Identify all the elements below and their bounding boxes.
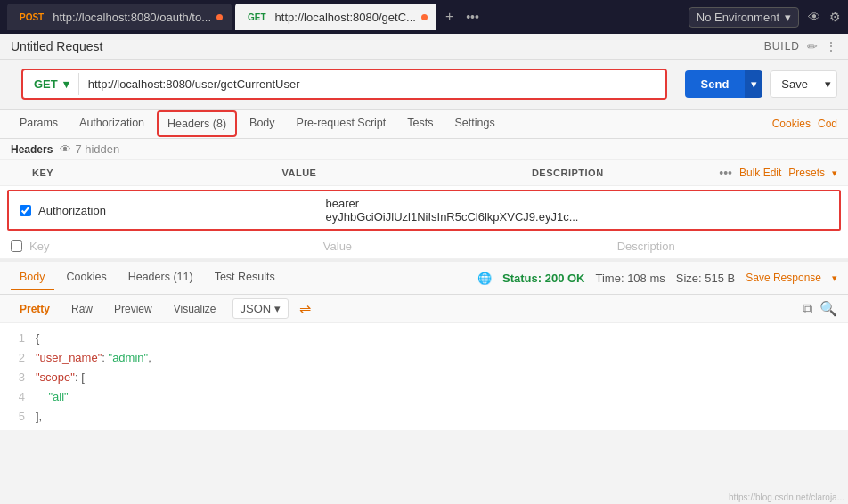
top-bar: POST http://localhost:8080/oauth/to... G… [0, 0, 848, 34]
tab-get-dot [421, 14, 428, 20]
format-tabs: Pretty Raw Preview Visualize JSON ▾ ⇌ ⧉ … [0, 295, 848, 323]
empty-row-value[interactable]: Value [323, 240, 617, 253]
resp-tab-headers[interactable]: Headers (11) [119, 265, 202, 290]
tab-prerequest[interactable]: Pre-request Script [288, 110, 395, 138]
fmt-tab-visualize[interactable]: Visualize [165, 299, 225, 319]
fmt-tab-preview[interactable]: Preview [105, 299, 161, 319]
line-content: "scope": [ [36, 368, 85, 387]
title-bar: Untitled Request BUILD ✏ ⋮ [0, 34, 848, 60]
url-input[interactable] [79, 72, 664, 96]
chevron-down-icon: ▾ [785, 11, 791, 24]
search-icon[interactable]: 🔍 [819, 300, 837, 317]
resp-tab-test-results[interactable]: Test Results [206, 265, 284, 290]
tab-post-dot [216, 14, 223, 20]
line-number: 5 [11, 407, 25, 427]
line-content: "user_name": "admin", [36, 348, 151, 368]
send-button[interactable]: Send [685, 70, 746, 98]
tab-post-url: http://localhost:8080/oauth/to... [53, 11, 211, 24]
tab-get[interactable]: GET http://localhost:8080/getC... [235, 4, 436, 30]
headers-table: KEY VALUE DESCRIPTION ••• Bulk Edit Pres… [0, 160, 848, 260]
method-label: GET [34, 77, 58, 91]
tab-get-url: http://localhost:8080/getC... [275, 11, 416, 24]
build-button[interactable]: BUILD [764, 40, 800, 53]
method-select[interactable]: GET ▾ [25, 73, 79, 95]
tab-post[interactable]: POST http://localhost:8080/oauth/to... [7, 4, 232, 30]
copy-icon[interactable]: ⧉ [803, 301, 812, 317]
resp-tab-cookies[interactable]: Cookies [58, 265, 116, 290]
code-line-6: 6 "exp": 1615222467, [11, 427, 837, 430]
settings-icon[interactable]: ⚙ [829, 10, 841, 24]
col-desc-header: DESCRIPTION [532, 167, 719, 178]
line-content: "all" [36, 387, 69, 407]
save-response-chevron-icon[interactable]: ▾ [832, 272, 837, 284]
code-line-2: 2 "user_name": "admin", [11, 348, 837, 368]
status-size-label: Size: 515 B [676, 272, 736, 285]
code-line-3: 3 "scope": [ [11, 368, 837, 387]
row-checkbox[interactable] [20, 205, 31, 216]
env-label: No Environment [697, 11, 779, 24]
empty-row-checkbox[interactable] [11, 240, 22, 252]
code-link[interactable]: Cod [818, 118, 837, 130]
empty-row-desc: Description [617, 240, 837, 253]
status-ok-label: Status: 200 OK [502, 272, 584, 285]
three-dots-icon[interactable]: ••• [719, 166, 732, 180]
more-tabs-button[interactable]: ••• [462, 10, 483, 24]
row-key-authorization[interactable]: Authorization [38, 204, 326, 217]
post-badge: POST [16, 12, 47, 23]
request-tabs: Params Authorization Headers (8) Body Pr… [0, 110, 848, 139]
response-tabs-bar: Body Cookies Headers (11) Test Results 🌐… [0, 262, 848, 295]
more-icon[interactable]: ⋮ [825, 39, 837, 53]
row-value-authorization[interactable]: bearer eyJhbGciOiJlUzl1NiIsInR5cCl6lkpXV… [326, 197, 614, 224]
line-number: 4 [11, 387, 25, 407]
code-line-5: 5 ], [11, 407, 837, 427]
cookies-link[interactable]: Cookies [772, 118, 811, 130]
presets-chevron-icon[interactable]: ▾ [832, 167, 837, 179]
format-right-actions: ⧉ 🔍 [803, 300, 837, 317]
response-section: Body Cookies Headers (11) Test Results 🌐… [0, 260, 848, 430]
line-number: 1 [11, 329, 25, 348]
save-dropdown-button[interactable]: ▾ [819, 70, 837, 98]
tab-authorization[interactable]: Authorization [70, 110, 153, 138]
presets-button[interactable]: Presets [788, 167, 825, 179]
code-area: 1 { 2 "user_name": "admin", 3 "scope": [… [0, 323, 848, 430]
line-number: 6 [11, 427, 25, 430]
code-line-1: 1 { [11, 329, 837, 348]
save-button[interactable]: Save [770, 70, 819, 98]
edit-icon[interactable]: ✏ [807, 39, 818, 53]
url-bar-outer: GET ▾ Send ▾ Save ▾ [0, 60, 848, 110]
empty-row-key[interactable]: Key [29, 240, 323, 253]
json-format-select[interactable]: JSON ▾ [232, 298, 289, 319]
headers-subbar: Headers 👁 7 hidden [0, 139, 848, 160]
method-chevron-icon: ▾ [63, 77, 69, 91]
hidden-headers-badge[interactable]: 👁 7 hidden [60, 142, 119, 156]
environment-select[interactable]: No Environment ▾ [689, 7, 799, 28]
save-response-button[interactable]: Save Response [746, 272, 821, 284]
tab-tests[interactable]: Tests [398, 110, 442, 138]
status-time-label: Time: 108 ms [596, 272, 665, 285]
line-content: { [36, 329, 39, 348]
watermark: https://blog.csdn.net/claroja... [729, 492, 844, 502]
response-status: 🌐 Status: 200 OK Time: 108 ms Size: 515 … [477, 272, 837, 285]
new-tab-button[interactable]: + [440, 9, 459, 25]
send-dropdown-button[interactable]: ▾ [745, 70, 762, 98]
fmt-tab-raw[interactable]: Raw [62, 299, 102, 319]
line-number: 3 [11, 368, 25, 387]
bulk-edit-button[interactable]: Bulk Edit [739, 167, 781, 179]
line-number: 2 [11, 348, 25, 368]
fmt-tab-pretty[interactable]: Pretty [11, 299, 59, 319]
send-button-group: Send ▾ [685, 70, 763, 98]
eye-icon[interactable]: 👁 [808, 10, 820, 24]
tab-params[interactable]: Params [11, 110, 67, 138]
tab-body[interactable]: Body [241, 110, 284, 138]
headers-table-header: KEY VALUE DESCRIPTION ••• Bulk Edit Pres… [0, 160, 848, 186]
line-content: "exp": 1615222467, [36, 427, 136, 430]
col-actions: ••• Bulk Edit Presets ▾ [719, 166, 837, 180]
table-row: Authorization bearer eyJhbGciOiJlUzl1NiI… [7, 190, 841, 231]
request-title: Untitled Request [11, 39, 103, 53]
col-value-header: VALUE [281, 167, 531, 178]
resp-tab-body[interactable]: Body [11, 265, 54, 290]
tab-headers[interactable]: Headers (8) [157, 110, 237, 137]
get-badge: GET [244, 12, 270, 23]
tab-settings[interactable]: Settings [445, 110, 503, 138]
wrap-icon[interactable]: ⇌ [299, 300, 311, 317]
